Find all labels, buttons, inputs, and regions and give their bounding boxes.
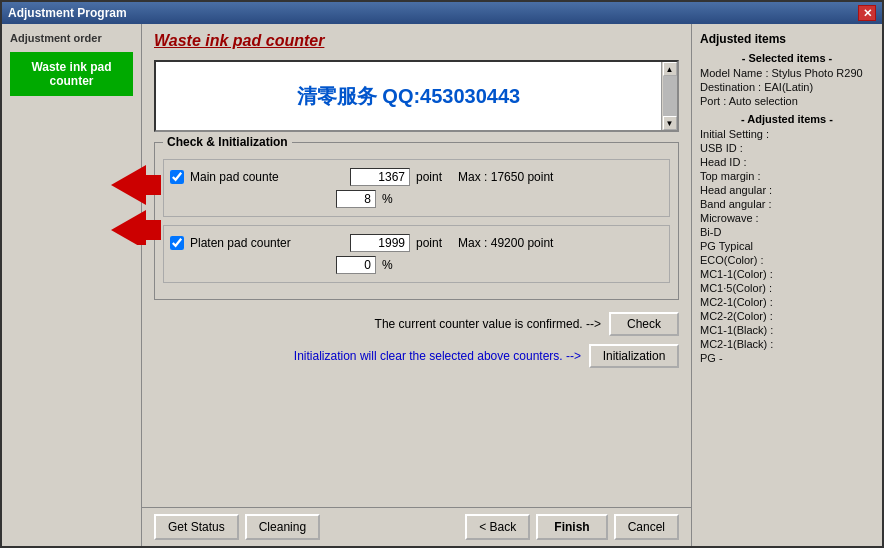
main-pad-point-value[interactable] [350, 168, 410, 186]
platen-pad-point-value[interactable] [350, 234, 410, 252]
scroll-content: 清零服务 QQ:453030443 [156, 62, 661, 130]
close-button[interactable]: ✕ [858, 5, 876, 21]
svg-marker-0 [111, 165, 161, 205]
right-panel: Adjusted items - Selected items - Model … [692, 24, 882, 546]
center-panel: Waste ink pad counter 清零服务 QQ:453030443 … [142, 24, 692, 546]
titlebar: Adjustment Program ✕ [2, 2, 882, 24]
platen-pad-max-label: Max : 49200 point [458, 236, 553, 250]
svg-marker-1 [111, 210, 161, 245]
initial-setting: Initial Setting : [700, 128, 874, 140]
scroll-up-button[interactable]: ▲ [663, 62, 677, 76]
mc2-1-black: MC2-1(Black) : [700, 338, 874, 350]
cleaning-button[interactable]: Cleaning [245, 514, 320, 540]
back-button[interactable]: < Back [465, 514, 530, 540]
platen-pad-pct-value[interactable] [336, 256, 376, 274]
right-panel-title: Adjusted items [700, 32, 874, 46]
microwave: Microwave : [700, 212, 874, 224]
main-pad-pct-unit: % [382, 192, 393, 206]
main-window: Adjustment Program ✕ Adjustment order Wa… [0, 0, 884, 548]
main-pad-point-line: Main pad counte point Max : 17650 point [170, 168, 663, 186]
adjusted-items-header: - Adjusted items - [700, 113, 874, 125]
scroll-area: 清零服务 QQ:453030443 ▲ ▼ [154, 60, 679, 132]
init-area: Initialization will clear the selected a… [154, 344, 679, 368]
usb-id: USB ID : [700, 142, 874, 154]
main-pad-max-label: Max : 17650 point [458, 170, 553, 184]
platen-pad-label: Platen pad counter [190, 236, 350, 250]
scrollbar-vertical[interactable]: ▲ ▼ [661, 62, 677, 130]
get-status-button[interactable]: Get Status [154, 514, 239, 540]
sidebar: Adjustment order Waste ink pad counter [2, 24, 142, 546]
initialization-button[interactable]: Initialization [589, 344, 679, 368]
main-pad-label: Main pad counte [190, 170, 350, 184]
scrollbar-track[interactable] [663, 76, 677, 116]
band-angular: Band angular : [700, 198, 874, 210]
titlebar-text: Adjustment Program [8, 6, 127, 20]
confirm-text: The current counter value is confirmed. … [375, 317, 601, 331]
head-angular: Head angular : [700, 184, 874, 196]
selected-items-header: - Selected items - [700, 52, 874, 64]
main-pad-counter-row: Main pad counte point Max : 17650 point … [163, 159, 670, 217]
init-text: Initialization will clear the selected a… [294, 349, 581, 363]
check-init-group: Check & Initialization Main pad counte [154, 142, 679, 300]
bottom-buttons: Get Status Cleaning < Back Finish Cancel [142, 507, 691, 546]
sidebar-item-waste-ink[interactable]: Waste ink pad counter [10, 52, 133, 96]
group-legend: Check & Initialization [163, 135, 292, 149]
model-name: Model Name : Stylus Photo R290 [700, 67, 874, 79]
mc2-2-color: MC2-2(Color) : [700, 310, 874, 322]
finish-button[interactable]: Finish [536, 514, 607, 540]
pg-typical: PG Typical [700, 240, 874, 252]
platen-pad-counter-inner: Platen pad counter point Max : 49200 poi… [170, 232, 663, 276]
platen-pad-pct-unit: % [382, 258, 393, 272]
head-id: Head ID : [700, 156, 874, 168]
destination: Destination : EAI(Latin) [700, 81, 874, 93]
check-button[interactable]: Check [609, 312, 679, 336]
port: Port : Auto selection [700, 95, 874, 107]
main-pad-counter-inner: Main pad counte point Max : 17650 point … [170, 166, 663, 210]
cancel-button[interactable]: Cancel [614, 514, 679, 540]
promo-text: 清零服务 QQ:453030443 [297, 83, 520, 110]
confirm-area: The current counter value is confirmed. … [154, 312, 679, 336]
platen-pad-point-unit: point [416, 236, 442, 250]
pg: PG - [700, 352, 874, 364]
eco-color: ECO(Color) : [700, 254, 874, 266]
main-pad-pct-line: % [170, 190, 663, 208]
main-pad-pct-value[interactable] [336, 190, 376, 208]
page-title: Waste ink pad counter [154, 32, 324, 49]
bi-d: Bi-D [700, 226, 874, 238]
main-content: Adjustment order Waste ink pad counter W… [2, 24, 882, 546]
scroll-down-button[interactable]: ▼ [663, 116, 677, 130]
platen-pad-point-line: Platen pad counter point Max : 49200 poi… [170, 234, 663, 252]
top-margin: Top margin : [700, 170, 874, 182]
mc1-1-black: MC1-1(Black) : [700, 324, 874, 336]
main-pad-point-unit: point [416, 170, 442, 184]
sidebar-header: Adjustment order [10, 32, 133, 44]
platen-pad-pct-line: % [170, 256, 663, 274]
mc1-5-color: MC1·5(Color) : [700, 282, 874, 294]
red-arrows [111, 165, 161, 245]
mc2-1-color: MC2-1(Color) : [700, 296, 874, 308]
center-header: Waste ink pad counter [142, 24, 691, 54]
platen-pad-checkbox[interactable] [170, 236, 184, 250]
main-pad-checkbox[interactable] [170, 170, 184, 184]
mc1-1-color: MC1-1(Color) : [700, 268, 874, 280]
platen-pad-counter-row: Platen pad counter point Max : 49200 poi… [163, 225, 670, 283]
